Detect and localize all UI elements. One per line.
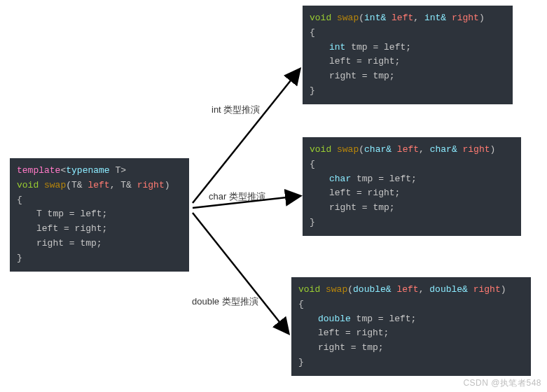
keyword-void: void (17, 180, 39, 190)
type-int: int& (364, 13, 386, 23)
label-char: char 类型推演 (209, 190, 265, 203)
type-double: double& (353, 284, 392, 295)
int-instantiation-block: void swap(int& left, int& right) { int t… (303, 6, 513, 104)
keyword-typename: typename (66, 165, 109, 176)
svg-line-2 (193, 213, 288, 332)
watermark-text: CSDN @执笔者548 (463, 377, 541, 389)
keyword-template: template (17, 165, 60, 176)
label-double: double 类型推演 (192, 295, 258, 308)
label-int: int 类型推演 (212, 104, 260, 116)
param-right: right (137, 180, 165, 190)
char-instantiation-block: void swap(char& left, char& right) { cha… (303, 137, 521, 236)
function-name-swap: swap (39, 180, 66, 190)
template-code-block: template<typename T> void swap(T& left, … (10, 158, 189, 272)
param-left: left (88, 180, 109, 190)
double-instantiation-block: void swap(double& left, double& right) {… (291, 277, 531, 376)
svg-line-0 (193, 70, 299, 203)
type-char: char& (364, 144, 392, 155)
